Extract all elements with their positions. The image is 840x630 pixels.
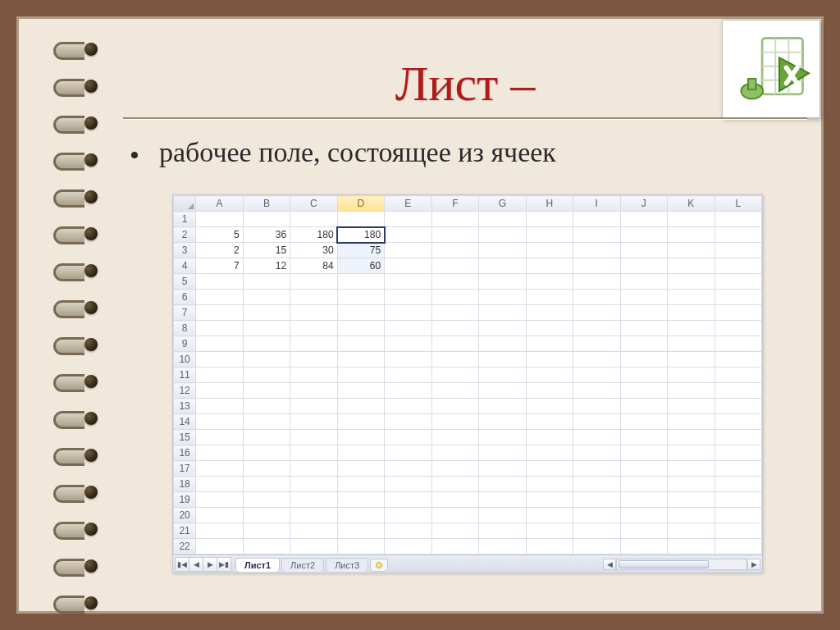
cell[interactable] xyxy=(385,368,431,383)
cell[interactable] xyxy=(385,461,431,477)
cell[interactable]: 12 xyxy=(243,258,290,274)
cell[interactable] xyxy=(243,414,290,430)
cell[interactable] xyxy=(243,212,290,227)
row-header[interactable]: 3 xyxy=(174,243,196,258)
cell[interactable] xyxy=(620,383,667,399)
row-header[interactable]: 19 xyxy=(174,492,196,508)
cell[interactable] xyxy=(526,258,573,274)
cell[interactable] xyxy=(385,539,431,555)
cell[interactable] xyxy=(385,305,431,321)
cell[interactable] xyxy=(479,243,526,258)
cell[interactable] xyxy=(620,274,667,290)
cell[interactable] xyxy=(668,243,714,258)
cell[interactable] xyxy=(479,321,526,336)
sheet-tab[interactable]: Лист3 xyxy=(326,558,368,572)
cell[interactable] xyxy=(714,414,762,430)
cell[interactable] xyxy=(290,508,337,523)
cell[interactable] xyxy=(479,523,526,539)
cell[interactable] xyxy=(431,399,478,414)
cell[interactable] xyxy=(431,368,478,383)
cell[interactable] xyxy=(668,352,714,368)
row-header[interactable]: 1 xyxy=(174,212,196,227)
cell[interactable] xyxy=(714,352,762,368)
cell[interactable] xyxy=(337,539,384,555)
cell[interactable] xyxy=(431,243,478,258)
cell[interactable] xyxy=(620,290,667,305)
cell[interactable] xyxy=(573,258,620,274)
cell[interactable] xyxy=(385,492,431,508)
cell[interactable] xyxy=(620,227,667,243)
cell[interactable] xyxy=(385,274,431,290)
cell[interactable] xyxy=(290,430,337,445)
cell[interactable] xyxy=(620,430,667,445)
cell[interactable] xyxy=(620,399,667,414)
cell[interactable] xyxy=(243,461,290,477)
tab-nav-first-button[interactable]: ▮◀ xyxy=(175,557,189,572)
cell[interactable] xyxy=(243,430,290,445)
row-header[interactable]: 2 xyxy=(174,227,196,243)
cell[interactable] xyxy=(243,492,290,508)
cell[interactable] xyxy=(479,461,526,477)
cell[interactable] xyxy=(714,368,762,383)
cell[interactable] xyxy=(431,508,478,523)
cell[interactable] xyxy=(714,539,762,555)
cell[interactable] xyxy=(337,383,384,399)
cell[interactable] xyxy=(196,321,243,336)
cell[interactable] xyxy=(290,492,337,508)
cell[interactable] xyxy=(479,305,526,321)
cell[interactable] xyxy=(196,212,243,227)
cell[interactable]: 75 xyxy=(337,243,384,258)
cell[interactable] xyxy=(668,492,714,508)
tab-nav-next-button[interactable]: ▶ xyxy=(203,557,217,572)
cell[interactable] xyxy=(290,461,337,477)
cell[interactable] xyxy=(431,274,478,290)
cell[interactable] xyxy=(573,305,620,321)
cell[interactable] xyxy=(620,368,667,383)
horizontal-scrollbar[interactable]: ◀ ▶ xyxy=(603,557,762,572)
cell[interactable] xyxy=(196,336,243,352)
cell[interactable] xyxy=(431,227,478,243)
cell[interactable] xyxy=(431,336,478,352)
cell[interactable] xyxy=(290,383,337,399)
cell[interactable] xyxy=(385,321,431,336)
row-header[interactable]: 9 xyxy=(174,336,196,352)
cell[interactable] xyxy=(668,305,714,321)
cell[interactable] xyxy=(573,352,620,368)
cell[interactable] xyxy=(573,508,620,523)
cell[interactable] xyxy=(479,492,526,508)
cell[interactable] xyxy=(337,305,384,321)
scroll-right-button[interactable]: ▶ xyxy=(747,559,760,570)
cell[interactable] xyxy=(573,274,620,290)
cell[interactable] xyxy=(573,212,620,227)
cell[interactable] xyxy=(479,258,526,274)
cell[interactable] xyxy=(620,492,667,508)
cell[interactable] xyxy=(573,492,620,508)
column-header[interactable]: G xyxy=(479,196,526,212)
cell[interactable] xyxy=(431,321,478,336)
cell[interactable] xyxy=(196,274,243,290)
row-header[interactable]: 16 xyxy=(174,445,196,461)
cell[interactable] xyxy=(668,445,714,461)
cell[interactable] xyxy=(526,305,573,321)
cell[interactable] xyxy=(668,274,714,290)
cell[interactable] xyxy=(290,274,337,290)
cell[interactable] xyxy=(290,414,337,430)
cell[interactable] xyxy=(431,290,478,305)
cell[interactable] xyxy=(337,430,384,445)
row-header[interactable]: 18 xyxy=(174,477,196,492)
cell[interactable] xyxy=(385,523,431,539)
cell[interactable] xyxy=(431,445,478,461)
cell[interactable] xyxy=(243,352,290,368)
cell[interactable] xyxy=(290,336,337,352)
cell[interactable] xyxy=(243,523,290,539)
cell[interactable] xyxy=(290,523,337,539)
cell[interactable] xyxy=(337,492,384,508)
cell[interactable] xyxy=(668,461,714,477)
cell[interactable] xyxy=(243,368,290,383)
cell[interactable] xyxy=(573,290,620,305)
cell[interactable] xyxy=(290,539,337,555)
cell[interactable] xyxy=(668,212,714,227)
cell[interactable] xyxy=(385,243,431,258)
cell[interactable] xyxy=(290,321,337,336)
row-header[interactable]: 20 xyxy=(174,508,196,523)
